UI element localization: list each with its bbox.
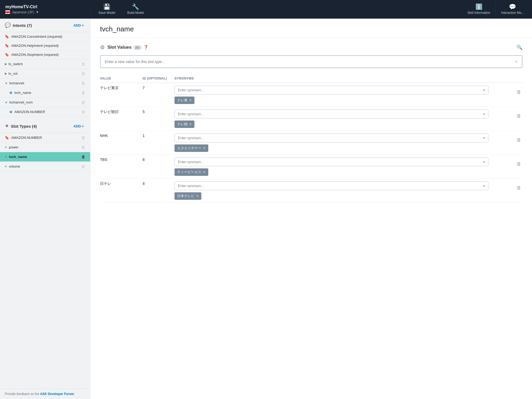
sidebar-item-amazon-number-intent[interactable]: AMAZON.NUMBER 🗑 (0, 107, 90, 117)
slot-id-cell: 5 (143, 107, 174, 131)
intents-title: 💬 Intents (7) (5, 22, 72, 28)
bookmark-icon: 🔖 (5, 44, 9, 48)
page-title: tvch_name (100, 25, 522, 33)
synonym-tag-close-button[interactable]: ✕ (189, 98, 192, 102)
synonym-add-button[interactable]: + (480, 158, 488, 166)
trash-icon[interactable]: 🗑 (81, 90, 85, 95)
trash-icon[interactable]: 🗑 (81, 100, 85, 105)
chevron-right-icon: ▶ (5, 62, 7, 66)
brand-section: myHomeTV-Ctrl Japanese (JP) ▼ (0, 5, 90, 14)
synonym-tag: テレ朝✕ (174, 120, 194, 128)
synonym-add-button[interactable]: + (480, 86, 488, 94)
intents-icon: 💬 (5, 22, 11, 28)
trash-icon[interactable]: 🗑 (81, 110, 85, 114)
skill-info-button[interactable]: ℹ️ Skill Information (462, 2, 496, 17)
add-intent-button[interactable]: ADD + (72, 23, 85, 28)
sidebar-item-cancel-intent[interactable]: 🔖 AMAZON.CancelIntent (required) (0, 32, 90, 41)
list-icon: ≡ (5, 164, 7, 168)
dot-icon (10, 92, 12, 94)
slot-values-section: ⚙ Slot Values (6) ❓ 🔍 + VALUE ID (OPTION… (90, 38, 532, 209)
main-layout: 💬 Intents (7) ADD + 🔖 AMAZON.CancelInten… (0, 19, 532, 399)
sidebar-item-tvchannel-num[interactable]: ▼ tvchannel_num 🗑 (0, 98, 90, 107)
slot-synonyms-cell: +ティービーエス✕ (174, 155, 494, 179)
synonym-tag: エヌエイチケー✕ (174, 144, 208, 152)
sidebar-item-power-slot[interactable]: ≡ power 🗑 (0, 143, 90, 152)
sidebar-item-tvch-name-intent[interactable]: tvch_name 🗑 (0, 88, 90, 98)
synonym-tag: 日本テレビ✕ (174, 192, 201, 200)
slot-id-cell: 1 (143, 131, 174, 155)
synonym-add-button[interactable]: + (480, 182, 488, 190)
synonym-tag-text: エヌエイチケー (177, 146, 201, 151)
slot-row-delete-button[interactable]: 🗑 (517, 181, 521, 191)
build-label: Build Model (127, 11, 144, 15)
locale-selector[interactable]: Japanese (JP) ▼ (5, 10, 85, 14)
slot-value-cell: NHK (100, 131, 143, 155)
synonym-tag-text: ティービーエス (177, 170, 201, 174)
slot-row-delete-button[interactable]: 🗑 (517, 86, 521, 95)
slot-row-delete-button[interactable]: 🗑 (517, 110, 521, 119)
new-value-add-button[interactable]: + (510, 56, 522, 67)
synonym-tag-close-button[interactable]: ✕ (203, 146, 206, 150)
synonym-input[interactable] (175, 182, 480, 190)
table-row: テレビ東京7+テレ東✕🗑 (100, 83, 522, 107)
slot-id-cell: 6 (143, 155, 174, 179)
sidebar-item-tvchannel[interactable]: ▼ tvchannel 🗑 (0, 78, 90, 88)
trash-icon[interactable]: 🗑 (81, 71, 85, 76)
slot-synonyms-cell: +日本テレビ✕ (174, 179, 494, 203)
slot-values-title: Slot Values (107, 45, 132, 50)
trash-icon[interactable]: 🗑 (81, 81, 85, 85)
flag-icon (5, 10, 10, 14)
sidebar-item-tv-vol[interactable]: ▶ tv_vol 🗑 (0, 69, 90, 78)
slot-row-delete-button[interactable]: 🗑 (517, 157, 521, 167)
trash-icon[interactable]: 🗑 (81, 145, 85, 149)
save-icon: 💾 (103, 4, 110, 10)
bookmark-icon: 🔖 (5, 136, 9, 140)
help-icon[interactable]: ❓ (143, 45, 148, 50)
build-model-button[interactable]: 🔧 Build Model (122, 2, 149, 17)
synonym-input-row: + (174, 134, 488, 142)
synonym-add-button[interactable]: + (480, 110, 488, 118)
forum-link[interactable]: ASK Developer Forum (40, 392, 74, 396)
synonym-input-row: + (174, 86, 488, 94)
synonym-add-button[interactable]: + (480, 134, 488, 142)
slot-row-delete-button[interactable]: 🗑 (517, 134, 521, 143)
table-row: 日テレ4+日本テレビ✕🗑 (100, 179, 522, 203)
slot-synonyms-cell: +テレ東✕ (174, 83, 494, 107)
new-value-input[interactable] (101, 56, 510, 68)
slot-delete-cell: 🗑 (494, 179, 522, 203)
sidebar-item-help-intent[interactable]: 🔖 AMAZON.HelpIntent (required) (0, 41, 90, 50)
app-name: myHomeTV-Ctrl (5, 5, 85, 9)
synonym-tag-close-button[interactable]: ✕ (189, 122, 192, 126)
sidebar-item-amazon-number-slot[interactable]: 🔖 AMAZON.NUMBER 🗑 (0, 133, 90, 143)
sidebar-item-volume-slot[interactable]: ≡ volume 🗑 (0, 162, 90, 171)
interaction-model-button[interactable]: 💬 Interaction Mo... (496, 2, 529, 17)
trash-icon[interactable]: 🗑 (81, 155, 85, 159)
slot-table: VALUE ID (OPTIONAL) SYNONYMS テレビ東京7+テレ東✕… (100, 74, 522, 203)
sidebar-item-tvch-name-slot[interactable]: ≡ tvch_name 🗑 (0, 152, 90, 162)
save-model-button[interactable]: 💾 Save Model (93, 2, 120, 17)
synonym-tag-text: テレ東 (177, 98, 188, 103)
col-synonyms: SYNONYMS (174, 74, 494, 83)
table-row: NHK1+エヌエイチケー✕🗑 (100, 131, 522, 155)
build-icon: 🔧 (132, 4, 139, 10)
sidebar-item-stop-intent[interactable]: 🔖 AMAZON.StopIntent (required) (0, 50, 90, 59)
search-icon[interactable]: 🔍 (517, 44, 522, 50)
slot-values-header: ⚙ Slot Values (6) ❓ 🔍 (100, 44, 522, 51)
add-slot-type-button[interactable]: ADD + (72, 124, 85, 129)
trash-icon[interactable]: 🗑 (81, 164, 85, 169)
synonym-input[interactable] (175, 158, 480, 166)
trash-icon[interactable]: 🗑 (81, 135, 85, 140)
slot-id-cell: 4 (143, 179, 174, 203)
synonym-input[interactable] (175, 110, 480, 118)
slot-count-badge: (6) (133, 45, 142, 50)
main-content: tvch_name ⚙ Slot Values (6) ❓ 🔍 + VALUE (90, 19, 532, 399)
synonym-tag-close-button[interactable]: ✕ (203, 170, 206, 174)
sidebar-item-tv-switch[interactable]: ▶ tv_switch 🗑 (0, 59, 90, 69)
synonym-input[interactable] (175, 134, 480, 142)
synonym-input[interactable] (175, 86, 480, 94)
trash-icon[interactable]: 🗑 (81, 62, 85, 66)
slot-delete-cell: 🗑 (494, 107, 522, 131)
slot-value-cell: TBS (100, 155, 143, 179)
synonym-tag-text: 日本テレビ (177, 194, 194, 198)
synonym-tag-close-button[interactable]: ✕ (196, 194, 199, 198)
